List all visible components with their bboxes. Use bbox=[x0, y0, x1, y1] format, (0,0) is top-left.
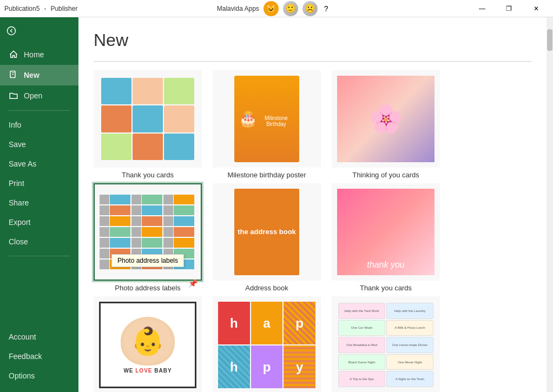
pl-row-1 bbox=[100, 195, 196, 204]
template-card-photo-address-labels[interactable]: Photo address labels 📌 Photo address lab… bbox=[94, 183, 202, 292]
malavida-icon: 🐱 bbox=[264, 1, 279, 16]
template-label-thinking-of-you: Thinking of you cards bbox=[352, 171, 419, 179]
template-thumb-milestone-birthday: 🎂 Milestone Birthday bbox=[213, 70, 321, 168]
sidebar-item-info[interactable]: Info bbox=[0, 115, 78, 135]
template-label-photo-address-labels: Photo address labels bbox=[115, 284, 180, 292]
sidebar-open-label: Open bbox=[24, 91, 42, 100]
sidebar-back-button[interactable] bbox=[0, 17, 78, 44]
thank-you-cards-image bbox=[99, 76, 196, 162]
scrollbar-thumb[interactable] bbox=[547, 29, 552, 51]
template-card-baby-photo-album[interactable]: 👶 WE LOVE BABY Baby photo album bbox=[94, 296, 202, 392]
sidebar-item-new[interactable]: New bbox=[0, 65, 78, 85]
app-name: Publisher bbox=[50, 5, 77, 12]
event-banner-image: h a p h p y bbox=[218, 302, 315, 388]
title-bar: Publication5 - Publisher Malavida Apps 🐱… bbox=[0, 0, 553, 17]
sidebar-item-save-as[interactable]: Save As bbox=[0, 154, 78, 174]
sidebar-home-label: Home bbox=[24, 50, 44, 59]
title-bar-icons: Malavida Apps 🐱 🙂 ☹️ ? bbox=[217, 1, 331, 16]
template-thumb-thank-you-cards bbox=[94, 70, 202, 168]
sidebar-divider-1 bbox=[9, 110, 70, 111]
sidebar-item-options[interactable]: Options bbox=[0, 366, 78, 386]
title-bar-controls[interactable]: — ❐ ✕ bbox=[470, 0, 549, 17]
back-icon bbox=[6, 26, 16, 36]
template-label-milestone-birthday: Milestone birthday poster bbox=[227, 171, 306, 179]
app-body: Home New Open Info Save bbox=[0, 17, 553, 392]
title-bar-center: Publication5 - Publisher bbox=[4, 5, 77, 12]
malavida-label: Malavida Apps bbox=[217, 5, 259, 12]
maximize-button[interactable]: ❐ bbox=[497, 0, 522, 17]
template-label-address-book: Address book bbox=[245, 284, 288, 292]
template-card-milestone-birthday[interactable]: 🎂 Milestone Birthday Milestone birthday … bbox=[213, 70, 321, 179]
template-thumb-event-banner: h a p h p y bbox=[213, 296, 321, 392]
template-card-birthday-coupons[interactable]: Help with the Yard Work Help with the La… bbox=[332, 296, 440, 392]
help-icon[interactable]: ? bbox=[322, 4, 331, 13]
open-icon bbox=[9, 91, 18, 101]
thank-cards-2-image: thank you bbox=[337, 189, 435, 275]
title-separator: - bbox=[44, 5, 46, 12]
template-card-event-banner[interactable]: h a p h p y Event banner bbox=[213, 296, 321, 392]
template-card-thinking-of-you[interactable]: 🌸 Thinking of you cards bbox=[332, 70, 440, 179]
milestone-birthday-image: 🎂 Milestone Birthday bbox=[234, 76, 299, 162]
sidebar-item-account[interactable]: Account bbox=[0, 327, 78, 347]
scrollbar[interactable] bbox=[547, 17, 553, 392]
emoji-happy-icon: 🙂 bbox=[283, 1, 298, 16]
sidebar: Home New Open Info Save bbox=[0, 17, 78, 392]
template-label-thank-you-cards: Thank you cards bbox=[122, 171, 174, 179]
sidebar-account-label: Account bbox=[9, 333, 36, 341]
section-divider bbox=[94, 61, 531, 62]
thinking-of-you-image: 🌸 bbox=[337, 76, 435, 162]
sidebar-item-open[interactable]: Open bbox=[0, 85, 78, 106]
sidebar-item-share[interactable]: Share bbox=[0, 193, 78, 212]
template-card-thank-cards-2[interactable]: thank you Thank you cards bbox=[332, 183, 440, 292]
sidebar-share-label: Share bbox=[9, 198, 29, 207]
sidebar-item-feedback[interactable]: Feedback bbox=[0, 347, 78, 366]
baby-face: 👶 bbox=[121, 317, 175, 366]
sidebar-item-save[interactable]: Save bbox=[0, 135, 78, 154]
sidebar-divider-2 bbox=[9, 256, 70, 256]
svg-point-0 bbox=[8, 27, 16, 35]
sidebar-item-home[interactable]: Home bbox=[0, 44, 78, 65]
template-thumb-baby-photo-album: 👶 WE LOVE BABY bbox=[94, 296, 202, 392]
sidebar-options-label: Options bbox=[9, 371, 35, 380]
template-row-1: Thank you cards 🎂 Milestone Birthday Mil… bbox=[94, 70, 531, 179]
sidebar-new-label: New bbox=[24, 71, 40, 79]
minimize-button[interactable]: — bbox=[470, 0, 495, 17]
template-thumb-thank-cards-2: thank you bbox=[332, 183, 440, 281]
address-book-text: the address book bbox=[238, 227, 296, 237]
sidebar-bottom: Account Feedback Options bbox=[0, 327, 78, 392]
template-card-thank-you-cards[interactable]: Thank you cards bbox=[94, 70, 202, 179]
sidebar-close-label: Close bbox=[9, 237, 28, 246]
template-label-thank-cards-2: Thank you cards bbox=[360, 284, 412, 292]
file-title: Publication5 bbox=[4, 5, 40, 12]
baby-text: WE LOVE BABY bbox=[123, 368, 172, 374]
baby-album-image: 👶 WE LOVE BABY bbox=[99, 302, 196, 388]
address-book-image: the address book bbox=[234, 189, 299, 275]
close-button[interactable]: ✕ bbox=[524, 0, 549, 17]
template-row-3: 👶 WE LOVE BABY Baby photo album h a p bbox=[94, 296, 531, 392]
template-thumb-birthday-coupons: Help with the Yard Work Help with the La… bbox=[332, 296, 440, 392]
template-card-address-book[interactable]: the address book Address book bbox=[213, 183, 321, 292]
page-title: New bbox=[94, 30, 531, 50]
sidebar-nav: Home New Open Info Save bbox=[0, 44, 78, 327]
emoji-sad-icon: ☹️ bbox=[302, 1, 318, 16]
pin-icon[interactable]: 📌 bbox=[188, 279, 198, 288]
sidebar-save-label: Save bbox=[9, 140, 26, 149]
new-icon bbox=[9, 70, 18, 80]
birthday-coupons-image: Help with the Yard Work Help with the La… bbox=[337, 302, 435, 388]
main-content: New T bbox=[78, 17, 547, 392]
sidebar-feedback-label: Feedback bbox=[9, 352, 42, 361]
sidebar-item-print[interactable]: Print bbox=[0, 174, 78, 193]
thank-you-text: thank you bbox=[367, 260, 404, 270]
sidebar-info-label: Info bbox=[9, 121, 21, 129]
sidebar-save-as-label: Save As bbox=[9, 160, 36, 168]
template-thumb-thinking-of-you: 🌸 bbox=[332, 70, 440, 168]
sidebar-print-label: Print bbox=[9, 179, 24, 188]
template-row-2: Photo address labels 📌 Photo address lab… bbox=[94, 183, 531, 292]
sidebar-item-export[interactable]: Export bbox=[0, 212, 78, 232]
sidebar-item-close[interactable]: Close bbox=[0, 232, 78, 251]
tooltip-photo-address-labels: Photo address labels bbox=[111, 254, 184, 267]
sidebar-export-label: Export bbox=[9, 218, 30, 227]
home-icon bbox=[9, 50, 18, 59]
template-thumb-address-book: the address book bbox=[213, 183, 321, 281]
